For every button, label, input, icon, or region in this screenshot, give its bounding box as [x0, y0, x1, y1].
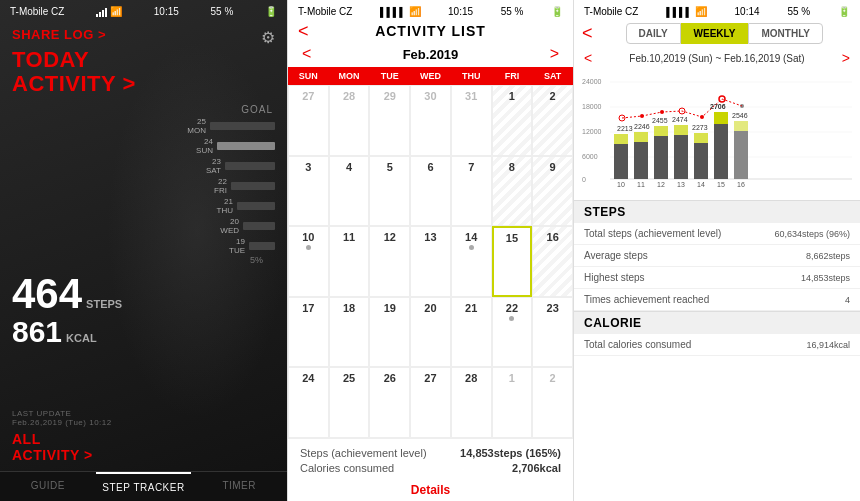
calendar-cell[interactable]: 19 [369, 297, 410, 368]
calendar-cell[interactable]: 8 [492, 156, 533, 227]
svg-text:2246: 2246 [634, 123, 650, 130]
calendar-cell[interactable]: 29 [369, 85, 410, 156]
stat-avg-steps: Average steps 8,662steps [574, 245, 860, 267]
tab-monthly[interactable]: MONTHLY [748, 23, 823, 44]
calendar-date: 26 [384, 372, 396, 384]
next-week-button[interactable]: > [842, 50, 850, 66]
calendar-date: 18 [343, 302, 355, 314]
calendar-cell[interactable]: 20 [410, 297, 451, 368]
avg-steps-value: 8,662steps [806, 250, 850, 261]
bar-chart-svg: 24000 18000 12000 6000 0 2213 10 2246 11 [582, 74, 852, 194]
calories-info-row: Calories consumed 2,706kcal [300, 462, 561, 474]
bar-label: 24 SUN [191, 137, 213, 155]
panel2-header: < ACTIVITY LIST [288, 19, 573, 43]
calendar-cell[interactable]: 1 [492, 85, 533, 156]
calendar-cell[interactable]: 18 [329, 297, 370, 368]
calendar-cell[interactable]: 5 [369, 156, 410, 227]
calendar-dot [469, 245, 474, 250]
bar-row: 23 SAT [199, 157, 275, 175]
svg-text:6000: 6000 [582, 153, 598, 160]
signal-icon-3: ▌▌▌▌ [666, 7, 692, 17]
svg-text:2474: 2474 [672, 116, 688, 123]
next-month-button[interactable]: > [550, 45, 559, 63]
signal-icon [96, 7, 107, 17]
tab-weekly[interactable]: WEEKLY [681, 23, 749, 44]
all-activity-button[interactable]: ALLACTIVITY > [0, 429, 287, 471]
today-activity-button[interactable]: TODAYACTIVITY > [0, 44, 287, 98]
calendar-cell[interactable]: 15 [492, 226, 533, 297]
bar-label: 25 MON [184, 117, 206, 135]
calendar-cell[interactable]: 9 [532, 156, 573, 227]
total-calories-label: Total calories consumed [584, 339, 691, 350]
calendar-cell[interactable]: 12 [369, 226, 410, 297]
battery-icon-3: 🔋 [838, 6, 850, 17]
calendar-cell[interactable]: 13 [410, 226, 451, 297]
status-icons-1: 📶 [96, 6, 122, 17]
svg-text:13: 13 [677, 181, 685, 188]
bar-row: 21 THU [211, 197, 275, 215]
calendar-date: 29 [384, 90, 396, 102]
calendar-cell[interactable]: 2 [532, 367, 573, 438]
calendar-cell[interactable]: 24 [288, 367, 329, 438]
calendar-cell[interactable]: 10 [288, 226, 329, 297]
tab-step-tracker[interactable]: STEP TRACKER [96, 472, 192, 501]
calendar-cell[interactable]: 25 [329, 367, 370, 438]
calendar-cell[interactable]: 3 [288, 156, 329, 227]
calendar-cell[interactable]: 1 [492, 367, 533, 438]
svg-text:16: 16 [737, 181, 745, 188]
stat-total-calories: Total calories consumed 16,914kcal [574, 334, 860, 356]
back-button-3[interactable]: < [582, 23, 593, 44]
calendar-date: 25 [343, 372, 355, 384]
calendar-cell[interactable]: 14 [451, 226, 492, 297]
calendar-date: 27 [424, 372, 436, 384]
share-log-button[interactable]: SHARE LOG > [0, 19, 287, 44]
calendar-cell[interactable]: 22 [492, 297, 533, 368]
calendar-cell[interactable]: 7 [451, 156, 492, 227]
calendar-date: 10 [302, 231, 314, 243]
svg-text:2546: 2546 [732, 112, 748, 119]
calendar-date: 4 [346, 161, 352, 173]
bar-24 [217, 142, 275, 150]
total-steps-value: 60,634steps (96%) [774, 228, 850, 239]
calendar-cell[interactable]: 27 [288, 85, 329, 156]
month-label: Feb.2019 [403, 47, 459, 62]
back-button-2[interactable]: < [298, 21, 309, 42]
calendar-cell[interactable]: 28 [329, 85, 370, 156]
svg-text:0: 0 [582, 176, 586, 183]
stat-total-steps: Total steps (achievement level) 60,634st… [574, 223, 860, 245]
prev-week-button[interactable]: < [584, 50, 592, 66]
calendar-dot [509, 316, 514, 321]
calendar-cell[interactable]: 16 [532, 226, 573, 297]
steps-info-label: Steps (achievement level) [300, 447, 427, 459]
calendar-cell[interactable]: 26 [369, 367, 410, 438]
bar-label: 23 SAT [199, 157, 221, 175]
calendar-cell[interactable]: 11 [329, 226, 370, 297]
prev-month-button[interactable]: < [302, 45, 311, 63]
calendar-date: 13 [424, 231, 436, 243]
battery-icon-2: 🔋 [551, 6, 563, 17]
calendar-cell[interactable]: 23 [532, 297, 573, 368]
calendar-cell[interactable]: 6 [410, 156, 451, 227]
calendar-cell[interactable]: 4 [329, 156, 370, 227]
svg-rect-11 [614, 134, 628, 144]
calendar-cell[interactable]: 2 [532, 85, 573, 156]
kcal-count: 861 [12, 317, 62, 347]
calorie-section-header: CALORIE [574, 311, 860, 334]
week-nav: < Feb.10,2019 (Sun) ~ Feb.16,2019 (Sat) … [574, 48, 860, 70]
calendar-cell[interactable]: 31 [451, 85, 492, 156]
svg-text:14: 14 [697, 181, 705, 188]
calendar-cell[interactable]: 17 [288, 297, 329, 368]
calendar-cell[interactable]: 21 [451, 297, 492, 368]
bar-row: 24 SUN [191, 137, 275, 155]
bar-label: 20 WED [217, 217, 239, 235]
calendar-cell[interactable]: 27 [410, 367, 451, 438]
tab-timer[interactable]: TIMER [191, 472, 287, 501]
tab-daily[interactable]: DAILY [626, 23, 681, 44]
steps-section-header: STEPS [574, 200, 860, 223]
tab-guide[interactable]: GUIDE [0, 472, 96, 501]
calendar-cell[interactable]: 28 [451, 367, 492, 438]
calendar-date: 15 [506, 232, 518, 244]
calendar-cell[interactable]: 30 [410, 85, 451, 156]
details-button[interactable]: Details [288, 479, 573, 501]
svg-rect-36 [714, 112, 728, 124]
